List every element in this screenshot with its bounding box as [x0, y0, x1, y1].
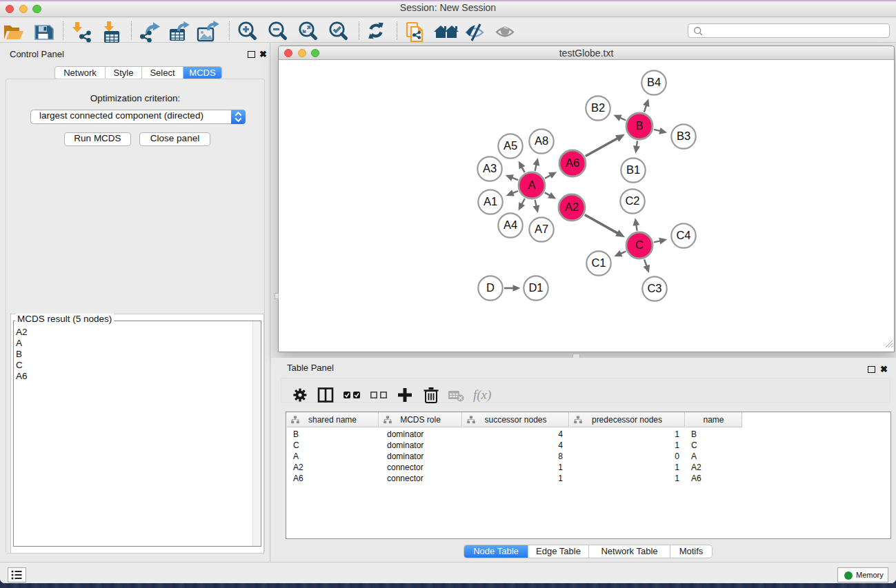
svg-text:C1: C1 [591, 256, 606, 269]
svg-text:D1: D1 [528, 281, 543, 294]
svg-text:A3: A3 [483, 162, 497, 174]
svg-text:A5: A5 [504, 139, 517, 152]
svg-text:A1: A1 [484, 195, 497, 207]
svg-text:A: A [528, 179, 535, 191]
svg-text:A8: A8 [535, 134, 548, 147]
svg-text:A6: A6 [566, 156, 579, 169]
svg-text:B2: B2 [591, 101, 605, 114]
svg-text:B3: B3 [677, 130, 690, 142]
svg-text:C3: C3 [647, 282, 661, 294]
svg-text:A2: A2 [565, 201, 579, 213]
svg-text:A7: A7 [535, 223, 548, 235]
svg-text:C4: C4 [676, 229, 690, 241]
svg-text:C2: C2 [625, 194, 639, 207]
svg-text:B4: B4 [647, 76, 661, 88]
svg-text:f(x): f(x) [473, 387, 491, 403]
svg-text:B: B [635, 119, 643, 132]
svg-text:A4: A4 [504, 219, 517, 231]
svg-text:C: C [635, 239, 644, 251]
svg-text:B1: B1 [626, 163, 640, 176]
svg-text:D: D [486, 281, 495, 294]
